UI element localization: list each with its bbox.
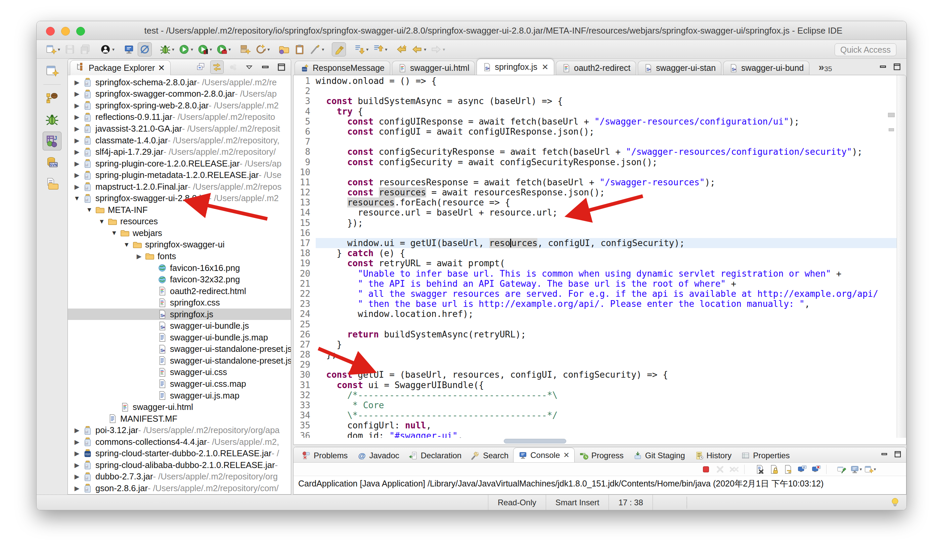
- resource-perspective-button[interactable]: [43, 175, 62, 193]
- clipboard-button[interactable]: [293, 43, 306, 56]
- forward-button[interactable]: ▾: [429, 43, 446, 56]
- dropdown-arrow-icon[interactable]: ▾: [209, 47, 212, 52]
- next-annotation-button[interactable]: ▾: [353, 43, 370, 56]
- tree-item[interactable]: ▶10reflections-0.9.11.jar - /Users/apple…: [68, 111, 291, 123]
- display-console-button[interactable]: ▾: [850, 464, 862, 475]
- tree-item[interactable]: oauth2-redirect.html: [68, 285, 291, 297]
- code-line-13[interactable]: 13 resources.forEach(resource => {: [294, 197, 897, 208]
- open-console-button[interactable]: [122, 43, 136, 56]
- code-line-6[interactable]: 6 const configUI = await configUIRespons…: [294, 126, 897, 137]
- tree-expander-icon[interactable]: ▶: [71, 137, 83, 145]
- code-line-33[interactable]: 33 * Core: [294, 400, 897, 410]
- code-line-17[interactable]: 17 window.ui = getUI(baseUrl, resources,…: [294, 238, 897, 248]
- code-line-19[interactable]: 19 const retryURL = await prompt(: [294, 258, 897, 268]
- tree-expander-icon[interactable]: ▶: [133, 252, 145, 260]
- editor-tab-oauth2-redirect[interactable]: oauth2-redirect: [556, 61, 636, 75]
- tab-package-explorer[interactable]: Package Explorer ✕: [70, 60, 171, 75]
- code-line-32[interactable]: 32 /*-----------------------------------…: [294, 390, 897, 400]
- tree-item[interactable]: ▶010spring-cloud-starter-dubbo-2.1.0.REL…: [68, 448, 291, 460]
- profile-run-button[interactable]: ▾: [215, 43, 232, 56]
- minimize-window-button[interactable]: [61, 27, 70, 35]
- tree-item[interactable]: ▼META-INF: [68, 204, 291, 216]
- open-console-button[interactable]: ▾: [864, 464, 876, 475]
- tree-item[interactable]: ▼10springfox-swagger-ui-2.8.0.jar - /Use…: [68, 192, 291, 204]
- coverage-button[interactable]: ▾: [196, 43, 213, 56]
- dropdown-arrow-icon[interactable]: ▾: [228, 47, 231, 52]
- mark-occurrences-button[interactable]: [332, 42, 346, 56]
- java-browsing-perspective-button[interactable]: [43, 89, 62, 108]
- dropdown-arrow-icon[interactable]: ▾: [424, 47, 426, 52]
- view-menu-button[interactable]: [242, 60, 256, 74]
- tree-expander-icon[interactable]: ▶: [71, 171, 83, 179]
- tree-expander-icon[interactable]: ▼: [71, 195, 83, 202]
- tree-expander-icon[interactable]: ▼: [108, 229, 120, 237]
- debug-button[interactable]: ▾: [159, 43, 175, 56]
- tree-item[interactable]: swagger-ui.js.map: [68, 390, 291, 402]
- tree-expander-icon[interactable]: ▶: [71, 78, 83, 86]
- debug-perspective-button[interactable]: [43, 110, 62, 129]
- profile-button[interactable]: ▾: [99, 43, 116, 56]
- code-line-25[interactable]: 25: [294, 319, 897, 329]
- tree-item[interactable]: ▶10gson-2.8.6.jar - /Users/apple/.m2/rep…: [68, 482, 291, 494]
- close-window-button[interactable]: [46, 27, 55, 35]
- last-edit-location-button[interactable]: [395, 43, 408, 56]
- svn-perspective-button[interactable]: SVN: [43, 153, 62, 172]
- dropdown-arrow-icon[interactable]: ▾: [58, 47, 60, 52]
- close-tab-icon[interactable]: ✕: [563, 451, 569, 460]
- tree-item[interactable]: ▶fonts: [68, 251, 291, 262]
- link-with-editor-button[interactable]: [210, 60, 224, 74]
- code-line-36[interactable]: 36 dom_id: "#swagger-ui",: [294, 431, 897, 438]
- skip-all-breakpoints-button[interactable]: [138, 42, 152, 56]
- quick-access-button[interactable]: Quick Access: [835, 43, 896, 56]
- tree-item[interactable]: swagger-ui.css.map: [68, 378, 291, 390]
- code-line-35[interactable]: 35 configUrl: null,: [294, 420, 897, 431]
- maximize-button[interactable]: [893, 450, 902, 460]
- tree-item[interactable]: ▶10springfox-swagger-common-2.8.0.jar - …: [68, 88, 291, 100]
- tree-expander-icon[interactable]: ▶: [71, 449, 83, 457]
- tree-item[interactable]: ▶10javassist-3.21.0-GA.jar - /Users/appl…: [68, 123, 291, 135]
- code-line-28[interactable]: 28 };: [294, 349, 897, 360]
- editor-tab-ResponseMessage[interactable]: 010ResponseMessage: [294, 61, 390, 75]
- tree-expander-icon[interactable]: ▼: [84, 206, 95, 214]
- code-line-12[interactable]: 12 const resources = await resourcesResp…: [294, 187, 897, 197]
- minimize-button[interactable]: [878, 62, 888, 73]
- tree-item[interactable]: ▶10classmate-1.4.0.jar - /Users/apple/.m…: [68, 135, 291, 146]
- tree-item[interactable]: swagger-ui.html: [68, 401, 291, 413]
- tree-expander-icon[interactable]: ▶: [71, 485, 83, 492]
- title-bar[interactable]: test - /Users/apple/.m2/repository/io/sp…: [37, 21, 906, 40]
- editor-body[interactable]: 1window.onload = () => {23 const buildSy…: [293, 75, 906, 445]
- tree-item[interactable]: ▶10commons-collections4-4.4.jar - /Users…: [68, 436, 291, 448]
- minimize-button[interactable]: [259, 60, 272, 74]
- tree-item[interactable]: favicon-32x32.png: [68, 274, 291, 285]
- overview-ruler-mark[interactable]: [889, 128, 894, 131]
- tree-item[interactable]: ▶10slf4j-api-1.7.29.jar - /Users/apple/.…: [68, 146, 291, 158]
- view-tab-Javadoc[interactable]: @Javadoc: [352, 449, 404, 462]
- code-line-22[interactable]: 22 " all the swagger resources are serve…: [294, 289, 897, 299]
- dropdown-arrow-icon[interactable]: ▾: [443, 47, 445, 52]
- editor-tab-springfox.js[interactable]: Sspringfox.js✕: [477, 59, 554, 75]
- run-button[interactable]: ▾: [177, 43, 194, 56]
- dropdown-arrow-icon[interactable]: ▾: [267, 47, 270, 52]
- code-line-4[interactable]: 4 try {: [294, 106, 897, 117]
- code-line-15[interactable]: 15 });: [294, 218, 897, 228]
- code-line-20[interactable]: 20 "Unable to infer base url. This is co…: [294, 269, 897, 278]
- code-line-1[interactable]: 1window.onload = () => {: [294, 76, 897, 86]
- code-line-9[interactable]: 9 const configSecurity = await configSec…: [294, 157, 897, 167]
- tree-expander-icon[interactable]: ▼: [96, 218, 108, 225]
- code-line-3[interactable]: 3 const buildSystemAsync = async (baseUr…: [294, 96, 897, 106]
- focus-on-active-task-button[interactable]: [226, 60, 240, 74]
- tree-expander-icon[interactable]: ▶: [71, 426, 83, 434]
- back-button[interactable]: ▾: [410, 43, 427, 56]
- minimize-button[interactable]: [880, 450, 889, 460]
- tree-item[interactable]: swagger-ui-bundle.js.map: [68, 332, 291, 343]
- code-line-5[interactable]: 5 const configUIResponse = await fetch(b…: [294, 117, 897, 126]
- code-line-26[interactable]: 26 return buildSystemAsync(retryURL);: [294, 329, 897, 339]
- terminate-button[interactable]: [700, 464, 712, 475]
- tree-item[interactable]: ▼springfox-swagger-ui: [68, 239, 291, 251]
- tree-expander-icon[interactable]: ▶: [71, 125, 83, 132]
- dropdown-arrow-icon[interactable]: ▾: [860, 467, 862, 472]
- view-tab-Progress[interactable]: Progress: [575, 449, 628, 462]
- show-stderr-button[interactable]: [810, 464, 822, 475]
- tree-item[interactable]: Sspringfox.js: [68, 309, 291, 320]
- dropdown-arrow-icon[interactable]: ▾: [191, 47, 193, 52]
